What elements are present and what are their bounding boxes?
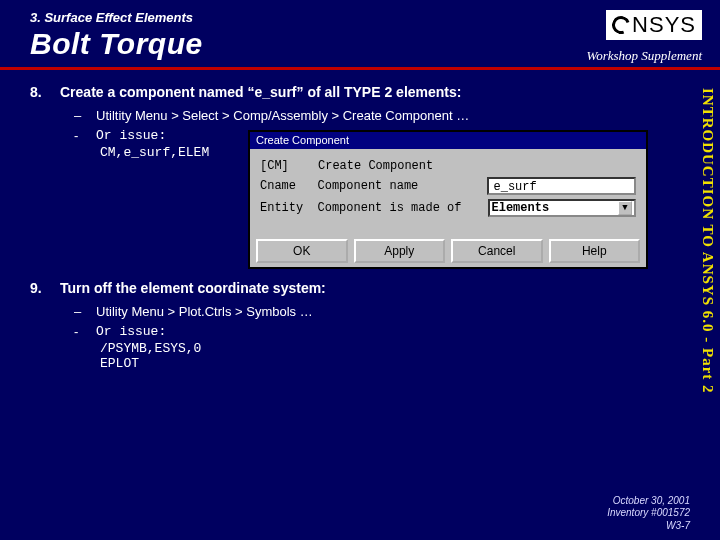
dlg-code-cm: [CM] [260,159,308,173]
help-button[interactable]: Help [549,239,641,263]
dlg-code-cname: Cname [260,179,307,193]
footer-date: October 30, 2001 [607,495,690,508]
entity-select[interactable]: Elements ▼ [488,199,637,217]
step-sub: – Utiltity Menu > Select > Comp/Assembly… [74,106,684,126]
step-number: 8. [30,84,46,100]
supplement-label: Workshop Supplement [587,48,702,64]
dlg-code-entity: Entity [260,201,308,215]
step-sub: - Or issue: [74,322,684,342]
ansys-logo: NSYS [606,10,702,40]
dash-icon: - [74,126,84,146]
step-9: 9. Turn off the element coordinate syste… [30,280,684,371]
footer-page: W3-7 [607,520,690,533]
ansys-swirl-icon [609,13,633,37]
command-text: /PSYMB,ESYS,0 [100,341,684,356]
dialog-title-text: Create Component [256,134,349,146]
ok-button[interactable]: OK [256,239,348,263]
command-text: EPLOT [100,356,684,371]
dlg-text-cname: Component name [317,179,477,193]
entity-select-value: Elements [492,201,550,215]
menu-path-text: Utility Menu > Plot.Ctrls > Symbols … [96,302,313,322]
dialog-titlebar: Create Component [250,132,646,149]
step-text: Create a component named “e_surf” of all… [60,84,461,100]
dlg-text-create: Create Component [318,159,433,173]
step-text: Turn off the element coordinate system: [60,280,326,296]
side-course-label: INTRODUCTION TO ANSYS 6.0 - Part 2 [694,88,720,488]
create-component-dialog: Create Component [CM] Create Component C… [248,130,648,269]
chevron-down-icon[interactable]: ▼ [618,201,632,215]
step-sub: – Utility Menu > Plot.Ctrls > Symbols … [74,302,684,322]
slide-footer: October 30, 2001 Inventory #001572 W3-7 [607,495,690,533]
or-issue-label: Or issue: [96,126,166,146]
dlg-text-entity: Component is made of [318,201,478,215]
apply-button[interactable]: Apply [354,239,446,263]
component-name-input[interactable]: e_surf [487,177,636,195]
cancel-button[interactable]: Cancel [451,239,543,263]
dash-icon: - [74,322,84,342]
footer-inventory: Inventory #001572 [607,507,690,520]
menu-path-text: Utiltity Menu > Select > Comp/Assembly >… [96,106,469,126]
dash-icon: – [74,106,84,126]
ansys-logo-text: NSYS [632,12,696,38]
section-label: 3. Surface Effect Elements [30,10,702,25]
slide-header: 3. Surface Effect Elements Bolt Torque N… [0,0,720,70]
dash-icon: – [74,302,84,322]
step-number: 9. [30,280,46,296]
side-course-text: INTRODUCTION TO ANSYS 6.0 - Part 2 [699,88,716,394]
or-issue-label: Or issue: [96,322,166,342]
